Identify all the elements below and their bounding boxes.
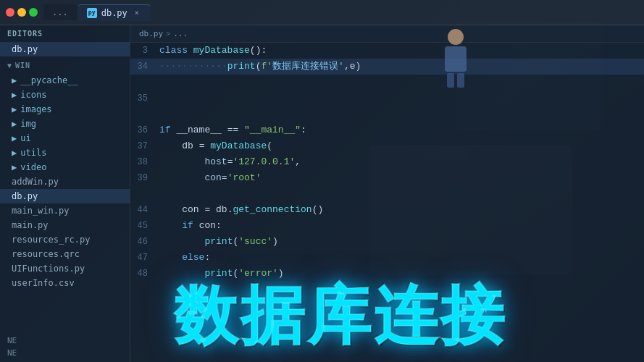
code-line-44: 44 con = db.get_connection(): [130, 202, 644, 218]
tab-area: ... py db.py ×: [43, 4, 638, 21]
sidebar-item-utils[interactable]: ▶ utils: [0, 146, 130, 160]
sidebar-item-ui[interactable]: ▶ ui: [0, 131, 130, 146]
breadcrumb-file: db.py: [139, 29, 163, 38]
line-content-45: if con:: [159, 218, 644, 234]
tab-inactive[interactable]: ...: [43, 4, 77, 20]
sidebar-item-userinfo[interactable]: userInfo.csv: [0, 276, 130, 290]
code-line-36: 36 if __name__ == "__main__":: [130, 122, 644, 138]
code-line-3: 3 class myDatabase():: [130, 43, 644, 59]
editor-area: db.py > ... 3 class myDatabase(): 34 ···…: [130, 25, 644, 362]
line-num-37: 37: [130, 138, 159, 154]
breadcrumb-bar: db.py > ...: [130, 25, 644, 43]
sidebar-folder-ui-label: ui: [20, 133, 30, 143]
sidebar-item-addwin[interactable]: addWin.py: [0, 174, 130, 189]
tab-dbpy[interactable]: py db.py ×: [78, 4, 151, 21]
sidebar-item-uifunctions[interactable]: UIFunctions.py: [0, 261, 130, 276]
line-content-empty1: [159, 75, 644, 90]
code-line-46: 46 print('succ'): [130, 234, 644, 250]
sidebar-file-resources-qrc-label: resources.qrc: [12, 249, 80, 259]
sidebar-bottom-ne2: NE: [0, 347, 130, 359]
line-num-38: 38: [130, 154, 159, 170]
char-body: [445, 46, 467, 72]
line-num-39: 39: [130, 170, 159, 186]
line-content-empty3: [159, 186, 644, 202]
sidebar-file-addwin-label: addWin.py: [12, 177, 59, 187]
sidebar-item-images[interactable]: ▶ images: [0, 102, 130, 117]
tab-icon-label: py: [88, 9, 96, 16]
tab-inactive-label: ...: [52, 7, 68, 17]
editors-section-header: EDITORS: [0, 25, 130, 42]
breadcrumb-path: ...: [173, 29, 188, 38]
breadcrumb-sep1: >: [166, 30, 170, 38]
code-line-35: 35: [130, 90, 644, 106]
folder-icon-utils: ▶: [12, 148, 17, 158]
char-head: [448, 29, 464, 45]
sidebar-item-resources-rc[interactable]: resources_rc.py: [0, 232, 130, 247]
sidebar-item-db[interactable]: db.py: [0, 189, 130, 203]
minimize-dot[interactable]: [17, 8, 26, 17]
line-num-3: 3: [130, 43, 159, 59]
folder-icon-video: ▶: [12, 162, 17, 172]
sidebar-folder-images-label: images: [20, 104, 51, 114]
char-leg-left: [447, 73, 454, 88]
sidebar-item-dbpy-label: db.py: [12, 44, 38, 54]
sidebar-file-uifunctions-label: UIFunctions.py: [12, 264, 85, 274]
sidebar-bottom-ne1: NE: [0, 334, 130, 347]
sidebar-item-icons[interactable]: ▶ icons: [0, 88, 130, 102]
line-content-44: con = db.get_connection(): [159, 202, 644, 218]
sidebar-item-mainwin[interactable]: main_win.py: [0, 203, 130, 218]
sidebar-folder-utils-label: utils: [20, 148, 46, 158]
sidebar-file-mainwin-label: main_win.py: [12, 206, 69, 216]
sidebar-item-video[interactable]: ▶ video: [0, 160, 130, 174]
sidebar-bottom: NE NE: [0, 334, 130, 362]
sidebar-item-img[interactable]: ▶ img: [0, 117, 130, 131]
line-num-47: 47: [130, 250, 159, 266]
code-line-48: 48 print('error'): [130, 266, 644, 282]
sidebar-folder-video-label: video: [20, 162, 46, 172]
code-line-45: 45 if con:: [130, 218, 644, 234]
window-controls: [6, 8, 38, 17]
char-legs: [434, 73, 477, 88]
win-section-header: ▼ WIN: [0, 58, 130, 73]
sidebar-folder-img-label: img: [20, 119, 36, 129]
tab-close-button[interactable]: ×: [132, 8, 142, 18]
sidebar-item-resources-qrc[interactable]: resources.qrc: [0, 247, 130, 261]
code-editor[interactable]: 3 class myDatabase(): 34 ············pri…: [130, 43, 644, 362]
line-num-34: 34: [130, 59, 159, 75]
tab-close-icon: ×: [135, 9, 139, 17]
sidebar-folder-label: __pycache__: [20, 75, 78, 85]
sidebar-item-main[interactable]: main.py: [0, 218, 130, 232]
win-label: WIN: [15, 62, 30, 70]
folder-icon-icons: ▶: [12, 90, 17, 100]
vscode-window: ... py db.py × EDITORS db.py ▼ WIN: [0, 0, 644, 362]
code-line-empty1: [130, 75, 644, 90]
folder-icon-images: ▶: [12, 104, 17, 114]
sidebar-item-dbpy-active[interactable]: db.py: [0, 42, 130, 56]
line-content-3: class myDatabase():: [159, 43, 644, 59]
line-num-44: 44: [130, 202, 159, 218]
line-content-48: print('error'): [159, 266, 644, 282]
line-content-46: print('succ'): [159, 234, 644, 250]
line-content-empty2: [159, 106, 644, 122]
sidebar: EDITORS db.py ▼ WIN ▶ __pycache__ ▶ icon…: [0, 25, 130, 362]
code-line-39: 39 con='root': [130, 170, 644, 186]
folder-icon-img: ▶: [12, 119, 17, 129]
sidebar-file-userinfo-label: userInfo.csv: [12, 278, 75, 288]
code-line-empty3: [130, 186, 644, 202]
maximize-dot[interactable]: [29, 8, 38, 17]
folder-icon-ui: ▶: [12, 133, 17, 143]
line-content-38: host='127.0.0.1',: [159, 154, 644, 170]
line-num-46: 46: [130, 234, 159, 250]
main-content: EDITORS db.py ▼ WIN ▶ __pycache__ ▶ icon…: [0, 25, 644, 362]
sidebar-item-pycache[interactable]: ▶ __pycache__: [0, 73, 130, 88]
line-num-35: 35: [130, 90, 159, 106]
title-bar: ... py db.py ×: [0, 0, 644, 25]
sidebar-file-resources-rc-label: resources_rc.py: [12, 235, 90, 245]
sidebar-file-main-label: main.py: [12, 220, 49, 230]
code-line-47: 47 else:: [130, 250, 644, 266]
character-figure: [434, 29, 477, 87]
sidebar-folder-icons-label: icons: [20, 90, 46, 100]
tab-active-label: db.py: [101, 8, 127, 18]
line-content-34: ············print(f'数据库连接错误',e): [159, 59, 644, 75]
close-dot[interactable]: [6, 8, 14, 17]
